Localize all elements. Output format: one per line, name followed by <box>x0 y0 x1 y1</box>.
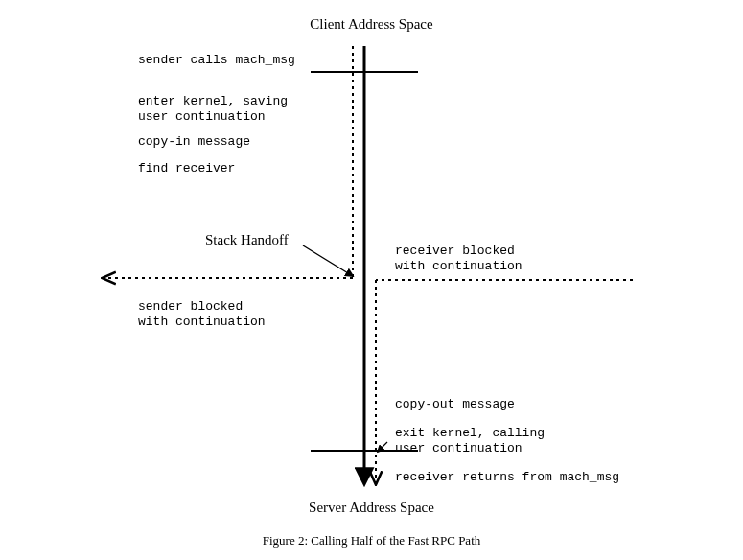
label-copy-in: copy-in message <box>138 134 250 150</box>
label-enter-kernel: enter kernel, saving user continuation <box>138 94 288 126</box>
label-receiver-returns: receiver returns from mach_msg <box>395 470 619 485</box>
figure-caption: Figure 2: Calling Half of the Fast RPC P… <box>0 533 743 548</box>
diagram-svg <box>0 0 743 560</box>
stack-handoff-label: Stack Handoff <box>205 231 289 249</box>
label-exit-kernel: exit kernel, calling user continuation <box>395 426 545 457</box>
label-find-receiver: find receiver <box>138 161 235 176</box>
label-sender-calls: sender calls mach_msg <box>138 53 295 68</box>
stack-handoff-arrow <box>303 245 353 276</box>
label-copy-out: copy-out message <box>395 397 515 412</box>
label-sender-blocked: sender blocked with continuation <box>138 299 266 331</box>
title-bottom: Server Address Space <box>0 499 743 517</box>
title-top: Client Address Space <box>0 15 743 34</box>
label-receiver-blocked: receiver blocked with continuation <box>395 244 522 275</box>
diagram-stage: Client Address Space Server Address Spac… <box>0 0 743 560</box>
